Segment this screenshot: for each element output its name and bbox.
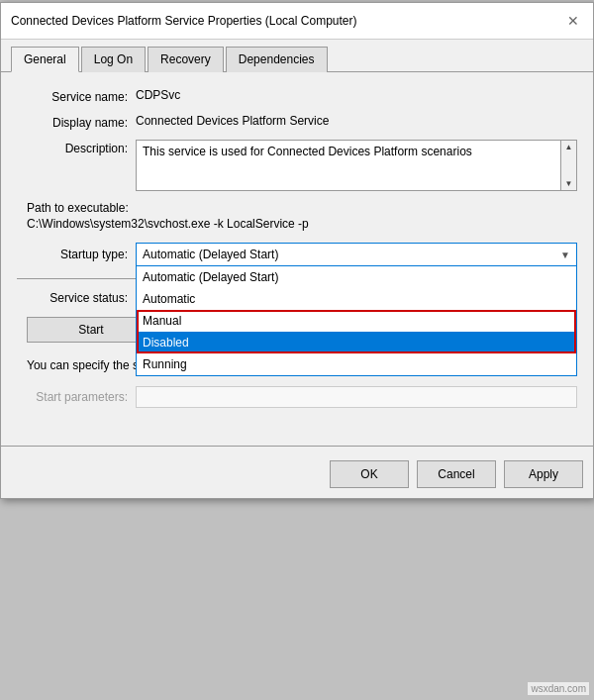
dropdown-option-disabled[interactable]: Disabled (137, 332, 576, 353)
start-params-row: Start parameters: (17, 386, 577, 408)
display-name-label: Display name: (17, 114, 136, 130)
bottom-divider (1, 446, 593, 447)
properties-window: Connected Devices Platform Service Prope… (0, 2, 594, 499)
dropdown-option-auto[interactable]: Automatic (137, 288, 576, 310)
path-value: C:\Windows\system32\svchost.exe -k Local… (27, 217, 577, 231)
start-params-label: Start parameters: (17, 390, 136, 404)
tab-general[interactable]: General (11, 47, 79, 72)
startup-type-row: Startup type: Automatic (Delayed Start) … (17, 243, 577, 266)
path-label: Path to executable: (27, 201, 577, 215)
scroll-down-icon[interactable]: ▼ (565, 179, 573, 188)
startup-type-label: Startup type: (17, 248, 136, 261)
service-name-row: Service name: CDPSvc (17, 88, 577, 104)
close-button[interactable]: ✕ (563, 11, 583, 31)
dropdown-option-running[interactable]: Running (137, 353, 576, 375)
description-text: This service is used for Connected Devic… (143, 145, 472, 158)
tab-recovery[interactable]: Recovery (148, 47, 224, 72)
startup-type-selected: Automatic (Delayed Start) (143, 248, 278, 261)
cancel-button[interactable]: Cancel (417, 460, 496, 488)
description-scrollbar[interactable]: ▲ ▼ (560, 141, 576, 190)
startup-type-dropdown-list: Automatic (Delayed Start) Automatic Manu… (136, 266, 577, 376)
tab-logon[interactable]: Log On (81, 47, 146, 72)
dropdown-option-manual-wrapper: Manual Disabled (137, 310, 576, 353)
description-box: This service is used for Connected Devic… (136, 140, 577, 191)
dropdown-option-manual[interactable]: Manual (137, 310, 576, 332)
scroll-up-icon[interactable]: ▲ (565, 143, 573, 151)
window-title: Connected Devices Platform Service Prope… (11, 14, 356, 28)
startup-type-dropdown[interactable]: Automatic (Delayed Start) ▼ (136, 243, 577, 266)
dropdown-option-auto-delayed[interactable]: Automatic (Delayed Start) (137, 266, 576, 288)
tab-content: Service name: CDPSvc Display name: Conne… (1, 72, 593, 438)
tab-dependencies[interactable]: Dependencies (226, 47, 328, 72)
service-name-value: CDPSvc (136, 88, 577, 102)
start-params-input[interactable] (136, 386, 577, 408)
tab-bar: General Log On Recovery Dependencies (1, 40, 593, 72)
display-name-row: Display name: Connected Devices Platform… (17, 114, 577, 130)
dropdown-arrow-icon: ▼ (560, 250, 570, 260)
description-label: Description: (17, 140, 136, 155)
service-name-label: Service name: (17, 88, 136, 104)
action-buttons-row: OK Cancel Apply (1, 454, 593, 498)
watermark: wsxdan.com (528, 682, 589, 695)
ok-button[interactable]: OK (330, 460, 409, 488)
apply-button[interactable]: Apply (504, 460, 583, 488)
path-section: Path to executable: C:\Windows\system32\… (17, 201, 577, 231)
service-status-label: Service status: (17, 291, 136, 305)
startup-type-dropdown-container: Automatic (Delayed Start) ▼ Automatic (D… (136, 243, 577, 266)
description-row: Description: This service is used for Co… (17, 140, 577, 191)
title-bar: Connected Devices Platform Service Prope… (1, 3, 593, 40)
display-name-value: Connected Devices Platform Service (136, 114, 577, 128)
